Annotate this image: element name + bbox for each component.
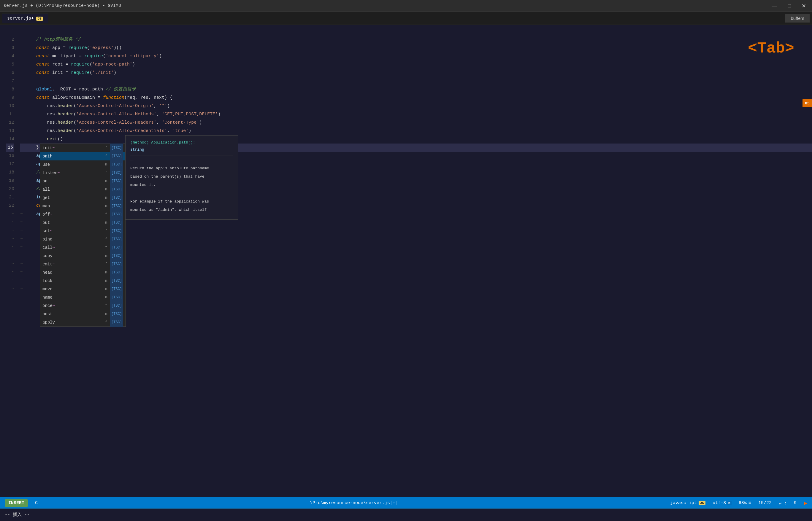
tab-filename: server.js+: [7, 16, 34, 21]
line-num-11: 11: [6, 110, 14, 119]
ac-item-bind[interactable]: bind~ f [TSC]: [40, 235, 126, 244]
ac-item-all[interactable]: all m [TSC]: [40, 185, 126, 194]
line-num-2: 2: [6, 36, 14, 44]
status-bar: INSERT C \Pro\myresource-node\server.js[…: [0, 497, 812, 508]
editor-area: <Tab> 85 1 2 3 4 5 6 7 8 9 10 11 12 13 1…: [0, 25, 812, 497]
status-zoom: 68% ≡: [739, 501, 751, 505]
ac-item-off[interactable]: off~ f [TSC]: [40, 210, 126, 219]
status-mode-c: C: [35, 501, 38, 505]
code-line-1: /* http启动服务 */: [20, 27, 812, 36]
ac-item-on[interactable]: on m [TSC]: [40, 177, 126, 185]
ac-item-move[interactable]: move m [TSC]: [40, 285, 126, 293]
doc-title: (method) Application.path():: [130, 140, 233, 145]
doc-desc-5: For example if the application was: [130, 199, 233, 205]
status-col: 9: [794, 501, 796, 505]
line-num-15: 15: [6, 143, 14, 152]
code-line-3: const multipart = require('connect-multi…: [20, 44, 812, 52]
line-num-17: 17: [6, 160, 14, 168]
title-bar: server.js + (D:\Pro\myresource-node) - G…: [0, 0, 812, 12]
title-bar-controls[interactable]: — □ ✕: [769, 2, 808, 10]
doc-desc-4: [130, 190, 233, 196]
status-encoding-label: utf-8: [712, 501, 726, 505]
cmd-bar: -- 插入 --: [0, 508, 812, 520]
line-num-8: 8: [6, 85, 14, 94]
status-lang-badge: JS: [699, 501, 705, 505]
active-tab[interactable]: server.js+ JS: [2, 14, 48, 23]
ac-item-emit[interactable]: emit~ f [TSC]: [40, 260, 126, 268]
line-num-tilde1: ~: [6, 210, 14, 218]
status-encoding[interactable]: utf-8 ⊞: [712, 501, 731, 505]
line-num-1: 1: [6, 27, 14, 36]
ac-item-listen[interactable]: listen~ f [TSC]: [40, 169, 126, 177]
ac-item-copy[interactable]: copy m [TSC]: [40, 252, 126, 260]
status-language[interactable]: javascript JS: [670, 501, 705, 505]
line-num-9: 9: [6, 94, 14, 102]
ac-item-put[interactable]: put m [TSC]: [40, 219, 126, 227]
line-num-18: 18: [6, 168, 14, 177]
code-line-6: [20, 69, 812, 77]
code-editor[interactable]: /* http启动服务 */ const app = require('expr…: [18, 25, 812, 497]
ac-item-head[interactable]: head m [TSC]: [40, 268, 126, 277]
ac-item-post[interactable]: post m [TSC]: [40, 310, 126, 318]
ac-item-map[interactable]: map m [TSC]: [40, 202, 126, 210]
tab-bar: server.js+ JS buffers: [0, 12, 812, 25]
ac-item-get[interactable]: get m [TSC]: [40, 194, 126, 202]
line-num-tilde4: ~: [6, 235, 14, 243]
autocomplete-dropdown[interactable]: init~ f [TSC] path~ f [TSC] use m [TSC] …: [40, 143, 126, 327]
line-num-7: 7: [6, 77, 14, 85]
tab-hint: <Tab>: [748, 40, 794, 57]
code-line-2: const app = require('express')(): [20, 36, 812, 44]
line-num-20: 20: [6, 185, 14, 193]
ac-item-init[interactable]: init~ f [TSC]: [40, 144, 126, 152]
ac-item-use[interactable]: use m [TSC]: [40, 160, 126, 169]
line-num-21: 21: [6, 193, 14, 202]
code-text: const: [36, 45, 49, 50]
close-button[interactable]: ✕: [799, 2, 808, 10]
line-num-3: 3: [6, 44, 14, 52]
line-num-14: 14: [6, 135, 14, 143]
doc-desc-3: mounted it.: [130, 182, 233, 188]
status-lines: 15/22: [758, 501, 772, 505]
code-line-tilde3: ~: [20, 227, 812, 235]
code-line-tilde8: ~: [20, 268, 812, 276]
status-col-sep: ↵ :: [779, 500, 787, 506]
ac-item-set[interactable]: set~ f [TSC]: [40, 227, 126, 235]
code-line-5: const init = require('./Init'): [20, 61, 812, 69]
ac-item-path[interactable]: path~ f [TSC]: [40, 152, 126, 160]
line-num-tilde6: ~: [6, 251, 14, 260]
code-line-tilde7: ~: [20, 260, 812, 268]
doc-dash: —: [130, 158, 233, 164]
code-line-tilde9: ~: [20, 276, 812, 285]
line-num-4: 4: [6, 52, 14, 61]
tab-js-badge: JS: [36, 17, 43, 21]
line-numbers: 1 2 3 4 5 6 7 8 9 10 11 12 13 14 15 16 1…: [0, 25, 18, 497]
cmd-mode-label: -- 插入 --: [5, 512, 30, 517]
doc-desc-1: Return the app's absolute pathname: [130, 165, 233, 172]
line-num-6: 6: [6, 69, 14, 77]
line-num-tilde9: ~: [6, 276, 14, 285]
line-num-10: 10: [6, 102, 14, 110]
doc-desc-2: based on the parent(s) that have: [130, 174, 233, 180]
buffers-button[interactable]: buffers: [785, 14, 810, 23]
line-num-16: 16: [6, 152, 14, 160]
ac-item-name[interactable]: name m [TSC]: [40, 293, 126, 301]
title-bar-title: server.js + (D:\Pro\myresource-node) - G…: [4, 3, 121, 8]
line-num-tilde2: ~: [6, 218, 14, 227]
maximize-button[interactable]: □: [785, 2, 793, 10]
line-num-tilde7: ~: [6, 260, 14, 268]
status-lang-label: javascript: [670, 501, 697, 505]
status-insert-mode: INSERT: [5, 499, 28, 507]
status-zoom-value: 68%: [739, 501, 747, 505]
line-num-22: 22: [6, 202, 14, 210]
doc-popup: (method) Application.path(): string — Re…: [125, 135, 238, 220]
doc-divider: [130, 155, 233, 155]
minimize-button[interactable]: —: [769, 2, 779, 10]
line-num-tilde3: ~: [6, 227, 14, 235]
status-arrow-right: ▶: [804, 499, 807, 507]
ac-item-lock[interactable]: lock m [TSC]: [40, 277, 126, 285]
code-line-tilde10: ~: [20, 285, 812, 293]
ac-item-once[interactable]: once~ f [TSC]: [40, 301, 126, 310]
ac-item-call[interactable]: call~ f [TSC]: [40, 244, 126, 252]
ac-item-apply[interactable]: apply~ f [TSC]: [40, 318, 126, 326]
line-num-12: 12: [6, 119, 14, 127]
